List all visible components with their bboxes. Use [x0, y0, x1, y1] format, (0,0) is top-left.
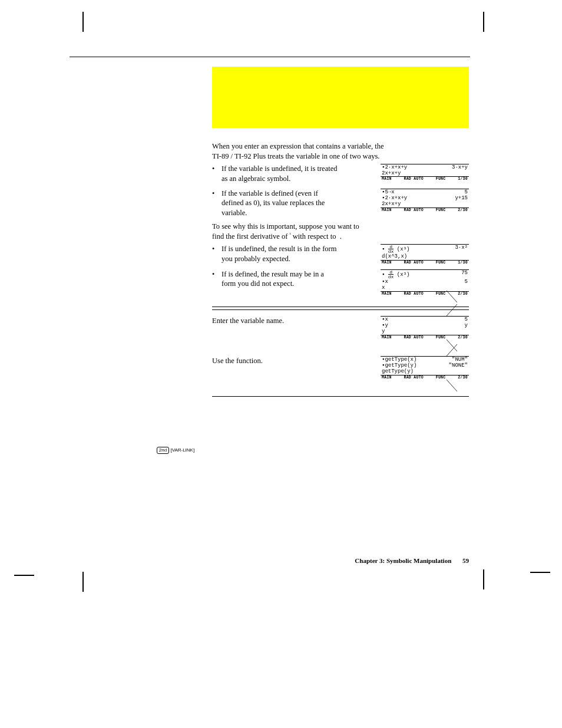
- screen-expr: ▪getType(x): [382, 357, 416, 363]
- table-rule-top: [212, 307, 469, 307]
- svg-line-3: [447, 344, 457, 356]
- bullet-icon: •: [212, 269, 222, 279]
- bullet-icon: •: [212, 244, 222, 254]
- screen-result: y: [465, 322, 468, 328]
- status-angle: RAD AUTO: [404, 177, 424, 181]
- status-angle: RAD AUTO: [404, 335, 424, 340]
- screen-entry: d(x^3,x): [381, 253, 469, 260]
- top-rule: [70, 57, 470, 57]
- bullet-block-4: • If is defined, the result may be in a …: [212, 269, 469, 296]
- intro-paragraph: When you enter an expression that contai…: [212, 141, 386, 162]
- status-mode: MAIN: [382, 375, 392, 380]
- bullet-icon: •: [212, 164, 222, 174]
- screen-expr: ▪x: [382, 317, 388, 322]
- screen-expr: ▪y: [382, 322, 388, 328]
- mid-paragraph: To see why this is important, suppose yo…: [212, 222, 371, 242]
- screen-result: y+15: [455, 195, 468, 201]
- callout-line-icon: [447, 304, 461, 318]
- method-row-1: Enter the variable name. ▪x5 ▪yy y MAIN …: [212, 316, 469, 340]
- status-history: 2/30: [458, 208, 468, 212]
- status-mode: MAIN: [382, 261, 392, 265]
- method-row-2: Use the function. ▪getType(x)"NUM" ▪getT…: [212, 356, 469, 380]
- screen-expr: ▪getType(y): [382, 363, 416, 368]
- screen-expr: ▪ ddx (x³): [382, 270, 409, 279]
- screen-result: 5: [465, 317, 468, 322]
- bullet-block-3: • If is undefined, the result is in the …: [212, 244, 469, 265]
- status-graph: FUNC: [436, 292, 446, 296]
- footer-page-number: 59: [462, 557, 469, 564]
- screen-expr: ▪2·x+x+y: [382, 164, 407, 170]
- key-2nd: 2nd: [157, 447, 169, 454]
- status-graph: FUNC: [436, 335, 446, 340]
- status-mode: MAIN: [382, 292, 392, 296]
- calc-screen-2: ▪5→x5 ▪2·x+x+yy+15 2x+x+y MAIN RAD AUTO …: [381, 189, 469, 212]
- page-footer: Chapter 3: Symbolic Manipulation 59: [70, 557, 469, 564]
- status-history: 2/30: [458, 335, 468, 340]
- svg-line-4: [447, 380, 457, 391]
- status-angle: RAD AUTO: [404, 261, 424, 265]
- method-text: Enter the variable name.: [212, 316, 330, 326]
- screen-entry: 2x+x+y: [381, 170, 469, 177]
- key-varlink: [VAR-LINK]: [170, 447, 194, 453]
- status-angle: RAD AUTO: [404, 208, 424, 212]
- screen-result: 5: [465, 279, 468, 285]
- screen-entry: 2x+x+y: [381, 201, 469, 207]
- screen-expr: ▪x: [382, 279, 388, 285]
- status-graph: FUNC: [436, 375, 446, 380]
- table-rule-heavy: [212, 309, 469, 310]
- screen-expr: ▪ ddx (x³): [382, 245, 409, 253]
- screen-entry: y: [381, 328, 469, 335]
- margin-note: 2nd [VAR-LINK]: [152, 447, 199, 454]
- svg-line-0: [447, 291, 457, 302]
- screen-expr: ▪2·x+x+y: [382, 195, 407, 201]
- svg-line-1: [447, 304, 457, 316]
- status-history: 1/30: [458, 261, 468, 265]
- status-history: 2/30: [458, 375, 468, 380]
- status-mode: MAIN: [382, 177, 392, 181]
- status-graph: FUNC: [436, 208, 446, 212]
- callout-line-icon: [447, 380, 461, 394]
- bullet-text: If the variable is defined (even if defi…: [222, 189, 339, 219]
- status-angle: RAD AUTO: [404, 375, 424, 380]
- screen-result: 3·x²: [455, 245, 468, 253]
- table-rule-bottom: [212, 396, 469, 397]
- status-graph: FUNC: [436, 177, 446, 181]
- status-mode: MAIN: [382, 335, 392, 340]
- method-text: Use the function.: [212, 356, 330, 366]
- bullet-icon: •: [212, 189, 222, 199]
- status-history: 1/30: [458, 177, 468, 181]
- screen-result: 5: [465, 189, 468, 195]
- footer-chapter: Chapter 3: Symbolic Manipulation: [355, 557, 451, 564]
- status-mode: MAIN: [382, 208, 392, 212]
- screen-expr: ▪5→x: [382, 189, 395, 195]
- screen-result: 75: [461, 270, 468, 279]
- bullet-text: If is defined, the result may be in a fo…: [222, 269, 339, 289]
- screen-result: 3·x+y: [452, 164, 468, 170]
- calc-screen-6: ▪getType(x)"NUM" ▪getType(y)"NONE" getTy…: [381, 356, 469, 380]
- screen-result: "NONE": [449, 363, 468, 368]
- screen-entry: getType(y): [381, 368, 469, 375]
- calc-screen-3: ▪ ddx (x³) 3·x² d(x^3,x) MAIN RAD AUTO F…: [381, 244, 469, 265]
- bullet-block-1: • If the variable is undefined, it is tr…: [212, 164, 469, 184]
- callout-line-icon: [447, 344, 461, 358]
- calc-screen-1: ▪2·x+x+y3·x+y 2x+x+y MAIN RAD AUTO FUNC …: [381, 164, 469, 182]
- calc-screen-5: ▪x5 ▪yy y MAIN RAD AUTO FUNC 2/30: [381, 316, 469, 340]
- bullet-block-2: • If the variable is defined (even if de…: [212, 189, 469, 219]
- callout-line-icon: [447, 291, 461, 305]
- bullet-text: If the variable is undefined, it is trea…: [222, 164, 339, 184]
- bullet-text: If is undefined, the result is in the fo…: [222, 244, 339, 264]
- status-angle: RAD AUTO: [404, 292, 424, 296]
- heading-highlight: [212, 67, 469, 128]
- status-graph: FUNC: [436, 261, 446, 265]
- main-column: When you enter an expression that contai…: [212, 141, 469, 399]
